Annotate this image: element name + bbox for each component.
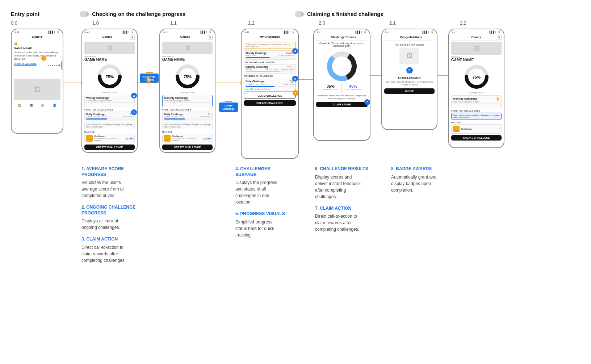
p2-1-challenger-title: CHALLENGER (384, 76, 435, 80)
annotation-4-title: 4. CHALLENGES SUBPAGE (235, 166, 315, 177)
back-icon-2-1[interactable]: ← (384, 35, 387, 39)
entry-photo: 🖼 (14, 79, 60, 100)
p2-1-earned-text: You earned a new badge! (384, 43, 435, 46)
p1-0-progress-circle: 75% (84, 64, 135, 89)
entry-point-header: Entry point (11, 11, 39, 17)
annotation-6-title: 6. CHALLENGE RESULTS (315, 166, 391, 172)
annotation-2-1: 8. BADGE AWARDS Automatically grant and … (391, 166, 467, 193)
p2-2-avg-label: Average Score (451, 92, 502, 94)
p2-1-challenger-desc: You really enjoy the challenges, we do t… (384, 80, 435, 87)
nav-grid-icon[interactable]: ⊞ (30, 104, 33, 107)
p2-0-claim-badge-btn[interactable]: CLAIM BADGE (316, 102, 368, 107)
annotation-5-title: 5. PROGRESS VISUALS (235, 211, 315, 217)
nav-home-icon[interactable]: 🏠 (18, 104, 22, 107)
p1-0-avg-label: Average Score (84, 91, 135, 93)
bell-icon: 🔔 (14, 42, 18, 45)
p1-1-finished-label: FINISHED CHALLENGES (162, 109, 213, 111)
challenge-results-box: ChallengeResults (61, 60, 63, 70)
p1-1-monthly: Monthly Challenge (164, 96, 211, 100)
progress-header: Checking on the challenge progress (92, 11, 185, 17)
p2-2-badge-name: Challenger (461, 128, 499, 130)
badge-7: 7 (364, 99, 370, 105)
p2-1-close-btn[interactable]: CLOSE (384, 88, 435, 94)
p1-2-cancel-monthly[interactable]: CANCEL (286, 66, 294, 68)
p1-0-weekly: Weekly Challenge (86, 96, 133, 100)
p1-1-monthly-dash: — (164, 104, 211, 106)
p1-1-boost: Boost your score by creating challenges … (162, 122, 213, 129)
phone-1-0-status: 9:41 ▐▐▐ ✦ 🔋 (82, 29, 137, 34)
phone-2-1-status: 9:41 ▐▐▐ ✦ 🔋 (382, 29, 437, 34)
annotation-8-title: 8. BADGE AWARDS (391, 166, 467, 172)
nav-circle-icon[interactable]: ◎ (41, 104, 44, 107)
phone-2-2-menu-icon[interactable]: ≡ (497, 35, 502, 40)
phone-1-1-status: 9:41 ▐▐▐ ✦ 🔋 (160, 29, 215, 34)
phone-1-2: 9:41 ▐▐▐ ✦ 🔋 My Challenges Collect your … (241, 29, 299, 159)
phone-2-0-status: 9:41 ▐▐▐ ✦ 🔋 (314, 29, 370, 34)
annotation-5-text: Simplified progress status bars for quic… (235, 219, 315, 238)
annotation-3-title: 3. CLAIM ACTION (81, 237, 159, 242)
p1-1-badges-label: BADGES (162, 131, 213, 133)
annotation-6-text: Display scores and deliver instant feedb… (315, 174, 391, 200)
step-1-1: 1.1 (170, 20, 177, 26)
p1-0-create-btn[interactable]: CREATE CHALLENGE (84, 145, 135, 150)
claim-challenge-link[interactable]: CLAIM CHALLENGE (14, 63, 37, 65)
p1-1-claim-btn[interactable]: 7 > (208, 113, 211, 116)
phone-1-0: 9:41 ▐▐▐ ✦ 🔋 Games ≡ 🖼 Welcome to GAME N… (81, 29, 138, 153)
p2-0-tip: Avoid short trips to increase efficiency… (316, 94, 368, 100)
phone-2-2-header: ← Games ≡ (451, 34, 502, 41)
svg-text:75%: 75% (105, 75, 113, 79)
badge-5: 5 (292, 76, 298, 81)
p1-1-create-btn[interactable]: CREATE CHALLENGE (162, 145, 213, 150)
p2-0-great-job: Great job! You scored very close to your… (316, 42, 368, 47)
phone-1-1-menu-icon[interactable]: ≡ (208, 35, 213, 40)
badge-icon-challenger-2-2: 🏆 (453, 126, 460, 132)
entry-body-text: You have 2 active and 1 finished challen… (14, 51, 60, 60)
chevron-right-icon: › (499, 127, 500, 131)
p1-0-boost: Boost your score by creating challenges … (84, 122, 135, 129)
p1-2-finished-label: FINISHED CHALLENGES (244, 75, 296, 77)
canvas: Entry point Checking on the challenge pr… (0, 0, 591, 364)
p1-2-create-btn[interactable]: CREATE CHALLENGE (244, 100, 296, 106)
p1-0-claim-badge[interactable]: CLAIM (125, 137, 133, 140)
annotation-1-text: Visualizes the user's average score from… (81, 179, 159, 199)
p2-0-achieved-label: Achieved score (323, 88, 338, 91)
p1-1-game-name: GAME NAME (162, 58, 213, 62)
p1-0-badges-label: BADGES (84, 131, 135, 133)
badge-4: 4 (292, 48, 298, 54)
phone-2-1: 9:41 ▐▐▐ ✦ 🔋 ← Congratulations You earne… (381, 29, 437, 130)
p2-0-donut (316, 50, 368, 83)
p1-0-daily: Daily Challenge (86, 113, 105, 116)
p1-2-claim-challenge-btn[interactable]: CLAIM CHALLENGE 6 (244, 93, 296, 99)
p1-0-img: 🖼 (84, 42, 135, 54)
annotation-4-text: Displays the progress and status of all … (235, 179, 315, 205)
p1-1-badge-sub: You performed in 3 monthly contests (172, 137, 203, 142)
back-icon-2-0[interactable]: ← (316, 35, 319, 39)
phone-entry-header: Explore (14, 34, 60, 40)
badge-8: 8 (406, 67, 413, 74)
p1-1-claim-badge[interactable]: CLAIM (203, 137, 211, 140)
p2-0-scores: 35% Achieved score 45% Goal estimation (316, 84, 368, 93)
p1-0-badge-section: 🏆 Challenger You performed in 3 monthly … (84, 134, 135, 143)
p1-2-upcoming-label: UPCOMING CHALLENGES (244, 61, 296, 63)
back-icon-2-2[interactable]: ← (467, 35, 470, 39)
p1-0-daily-date: Ended - 6 Jun, 2023 (86, 116, 106, 118)
phone-entry-status: 9:41 ▐▐▐ ✦ 🔋 (12, 29, 63, 34)
nav-user-icon[interactable]: 👤 (53, 104, 56, 107)
badge-2: 2 (131, 93, 137, 99)
p2-2-monthly-sub: Your estimated goal is 55% (453, 101, 500, 103)
hand-pointer-icon-2: 👆 (495, 97, 500, 101)
create-challenge-conn: Create Challenge (219, 102, 238, 112)
phone-2-2: 9:41 ▐▐▐ ✦ 🔋 ← Games ≡ 🖼 Welcome to GAME… (448, 29, 504, 148)
p2-2-boost: Boost your score by creating challenges … (451, 113, 502, 120)
p1-1-img: 🖼 (162, 42, 213, 54)
phone-1-0-menu-icon[interactable]: ≡ (130, 35, 135, 40)
p2-0-achieved: 35% (323, 84, 338, 88)
p1-0-finished-label: FINISHED CHALLENGES (84, 109, 135, 111)
p2-2-monthly: Monthly Challenge (453, 97, 477, 100)
phone-1-2-status: 9:41 ▐▐▐ ✦ 🔋 (242, 29, 298, 34)
p2-2-create-btn[interactable]: CREATE CHALLENGE (451, 135, 502, 141)
step-0-0: 0.0 (11, 20, 17, 26)
p1-1-avg-label: Average Score (162, 91, 213, 93)
p1-1-daily-date: Ended - 6 Jun, 2023 (164, 116, 184, 118)
p2-0-goal: 45% (345, 84, 361, 88)
